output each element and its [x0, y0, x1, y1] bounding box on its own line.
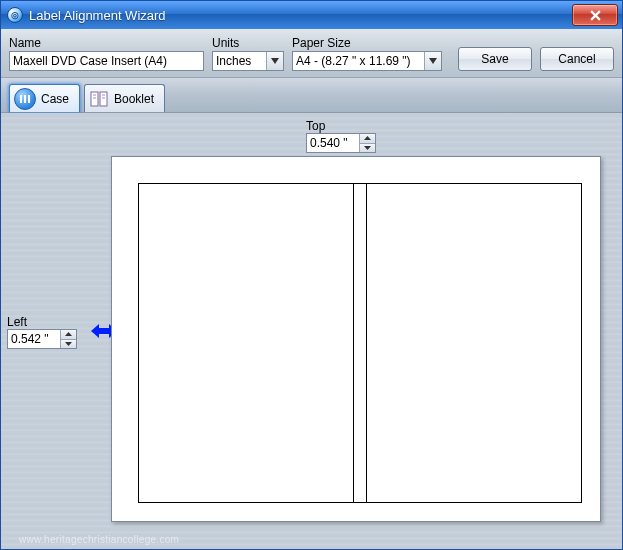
units-label: Units: [212, 36, 284, 50]
tab-booklet-label: Booklet: [114, 92, 154, 106]
tab-case-label: Case: [41, 92, 69, 106]
tab-case[interactable]: Case: [9, 84, 80, 112]
top-margin-input[interactable]: 0.540 ": [306, 133, 376, 153]
svg-rect-1: [100, 92, 107, 106]
dialog-window: ◎ Label Alignment Wizard Name Units Inch…: [0, 0, 623, 550]
save-button-label: Save: [481, 52, 508, 66]
units-field: Units Inches: [212, 36, 284, 71]
app-icon: ◎: [7, 7, 23, 23]
paper-size-value: A4 - (8.27 " x 11.69 "): [296, 54, 411, 68]
tab-booklet[interactable]: Booklet: [84, 84, 165, 112]
watermark: www.heritagechristiancollege.com: [19, 534, 179, 545]
units-value: Inches: [216, 54, 251, 68]
title-text: Label Alignment Wizard: [29, 8, 572, 23]
name-label: Name: [9, 36, 204, 50]
spin-down-icon[interactable]: [360, 143, 375, 153]
left-margin-input[interactable]: 0.542 ": [7, 329, 77, 349]
chevron-down-icon: [266, 52, 283, 70]
title-bar: ◎ Label Alignment Wizard: [1, 1, 622, 29]
cancel-button[interactable]: Cancel: [540, 47, 614, 71]
close-icon: [590, 10, 601, 21]
units-select[interactable]: Inches: [212, 51, 284, 71]
top-margin-field: Top 0.540 ": [306, 119, 376, 153]
spin-up-icon[interactable]: [360, 134, 375, 143]
paper-preview: [111, 156, 601, 522]
spin-down-icon[interactable]: [61, 339, 76, 349]
top-margin-value: 0.540 ": [310, 136, 348, 150]
top-margin-label: Top: [306, 119, 376, 133]
label-outline: [138, 183, 582, 503]
save-button[interactable]: Save: [458, 47, 532, 71]
paper-size-label: Paper Size: [292, 36, 442, 50]
paper-size-field: Paper Size A4 - (8.27 " x 11.69 "): [292, 36, 442, 71]
label-spine: [353, 184, 367, 502]
paper-size-select[interactable]: A4 - (8.27 " x 11.69 "): [292, 51, 442, 71]
booklet-icon: [89, 89, 109, 109]
spin-up-icon[interactable]: [61, 330, 76, 339]
left-margin-field: Left 0.542 ": [7, 315, 77, 349]
svg-rect-0: [91, 92, 98, 106]
name-field: Name: [9, 36, 204, 71]
label-panel-right: [367, 184, 581, 502]
workspace: Top 0.540 " Left 0.542 ": [1, 113, 622, 549]
label-panel-left: [139, 184, 353, 502]
cancel-button-label: Cancel: [558, 52, 595, 66]
spinner-buttons[interactable]: [359, 134, 375, 152]
left-margin-label: Left: [7, 315, 77, 329]
tabs-row: Case Booklet: [1, 78, 622, 113]
name-input[interactable]: [9, 51, 204, 71]
left-margin-value: 0.542 ": [11, 332, 49, 346]
toolbar: Name Units Inches Paper Size A4 - (8.27 …: [1, 29, 622, 78]
case-icon: [14, 88, 36, 110]
close-button[interactable]: [572, 4, 618, 26]
spinner-buttons[interactable]: [60, 330, 76, 348]
chevron-down-icon: [424, 52, 441, 70]
